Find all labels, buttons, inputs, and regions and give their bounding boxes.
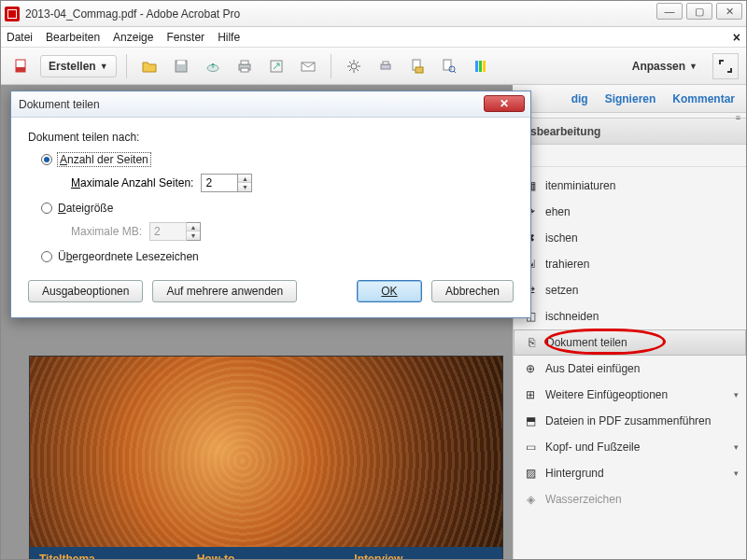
background-icon: ▨ bbox=[523, 466, 538, 481]
panel-header[interactable]: ▾ sbearbeitung bbox=[514, 119, 746, 145]
list-item-label: Wasserzeichen bbox=[545, 493, 622, 506]
menu-fenster[interactable]: Fenster bbox=[166, 31, 204, 44]
radio-icon[interactable] bbox=[41, 154, 52, 165]
list-item-label: ischen bbox=[545, 231, 578, 245]
tool-dateien-zusammenfuehren[interactable]: ⬒Dateien in PDF zusammenführen bbox=[514, 408, 746, 434]
more-insert-icon: ⊞ bbox=[523, 387, 538, 402]
button-label: Ausgabeoptionen bbox=[42, 285, 129, 298]
output-options-button[interactable]: Ausgabeoptionen bbox=[28, 280, 143, 302]
apply-multiple-button[interactable]: Auf mehrere anwenden bbox=[152, 280, 297, 302]
footer-col3-head: Interview bbox=[354, 553, 493, 559]
svg-point-10 bbox=[351, 63, 357, 69]
spin-down-icon: ▼ bbox=[187, 231, 200, 240]
customize-label: Anpassen bbox=[632, 60, 685, 73]
open-icon[interactable] bbox=[136, 53, 162, 79]
list-item-label: trahieren bbox=[545, 258, 589, 271]
chevron-down-icon: ▼ bbox=[689, 62, 698, 71]
svg-rect-1 bbox=[16, 67, 25, 72]
radio-dateigroesse[interactable]: Dateigröße bbox=[41, 202, 514, 215]
max-pages-spinner[interactable]: ▲▼ bbox=[201, 174, 252, 192]
svg-rect-7 bbox=[241, 68, 248, 72]
footer-col1-head: Titelthema bbox=[39, 553, 178, 559]
tool-dokument-teilen[interactable]: ⎘Dokument teilen bbox=[514, 329, 746, 356]
page-props-icon[interactable] bbox=[404, 53, 430, 79]
button-label: OK bbox=[381, 285, 397, 298]
fullscreen-icon[interactable] bbox=[712, 53, 739, 79]
list-item-label: ischneiden bbox=[545, 310, 599, 323]
minimize-button[interactable]: — bbox=[656, 3, 683, 20]
color-bars-icon[interactable] bbox=[468, 53, 494, 79]
create-button[interactable]: Erstellen ▼ bbox=[40, 55, 117, 77]
list-item-label: Weitere Einfügeoptionen bbox=[545, 388, 668, 401]
svg-rect-18 bbox=[479, 61, 482, 72]
max-mb-field: Maximale MB: ▲▼ bbox=[71, 222, 514, 241]
print-icon[interactable] bbox=[232, 53, 258, 79]
print-small-icon[interactable] bbox=[373, 53, 399, 79]
tool-seitenminiaturen[interactable]: ▦itenminiaturen bbox=[514, 173, 746, 199]
button-label: Auf mehrere anwenden bbox=[166, 285, 283, 298]
spin-down-icon[interactable]: ▼ bbox=[238, 183, 251, 191]
tools-panel: ≡ ▾ sbearbeitung ▦itenminiaturen ⟳ehen ✖… bbox=[513, 113, 746, 559]
app-icon bbox=[5, 7, 20, 21]
dialog-titlebar[interactable]: Dokument teilen ✕ bbox=[11, 91, 530, 118]
list-item-label: Hintergrund bbox=[545, 467, 604, 480]
insert-file-icon: ⊕ bbox=[523, 361, 538, 376]
tool-wasserzeichen[interactable]: ◈Wasserzeichen bbox=[514, 486, 746, 512]
page-footer: TitelthemaWindows 8 und Sculpting in C4D… bbox=[30, 547, 502, 559]
radio-anzahl-seiten[interactable]: Anzahl der Seiten bbox=[41, 153, 514, 166]
combine-icon: ⬒ bbox=[523, 413, 538, 428]
tool-loeschen[interactable]: ✖ischen bbox=[514, 225, 746, 251]
chevron-down-icon: ▼ bbox=[100, 62, 108, 71]
tab-werkzeuge-partial[interactable]: dig bbox=[571, 92, 588, 105]
watermark-icon: ◈ bbox=[523, 492, 538, 507]
customize-button[interactable]: Anpassen ▼ bbox=[632, 60, 698, 73]
max-pages-input[interactable] bbox=[201, 174, 238, 192]
svg-rect-17 bbox=[475, 61, 478, 72]
maximize-button[interactable]: ▢ bbox=[686, 3, 712, 20]
tab-kommentar[interactable]: Kommentar bbox=[672, 92, 735, 105]
split-document-dialog: Dokument teilen ✕ Dokument teilen nach: … bbox=[10, 91, 531, 318]
svg-rect-3 bbox=[177, 61, 185, 64]
menu-hilfe[interactable]: Hilfe bbox=[218, 31, 240, 44]
radio-label: Übergeordnete Lesezeichen bbox=[58, 250, 199, 263]
radio-icon[interactable] bbox=[41, 203, 52, 214]
radio-icon[interactable] bbox=[41, 251, 52, 262]
cancel-button[interactable]: Abbrechen bbox=[431, 280, 514, 302]
tool-kopf-fusszeile[interactable]: ▭Kopf- und Fußzeile▾ bbox=[514, 434, 746, 460]
field-label: Maximale MB: bbox=[71, 225, 142, 238]
list-item-label: itenminiaturen bbox=[545, 179, 615, 192]
save-icon[interactable] bbox=[168, 53, 194, 79]
tab-signieren[interactable]: Signieren bbox=[605, 92, 656, 105]
share-icon[interactable] bbox=[263, 53, 289, 79]
mail-icon[interactable] bbox=[295, 53, 321, 79]
list-item-label: ehen bbox=[545, 205, 571, 218]
pdf-page-preview: TitelthemaWindows 8 und Sculpting in C4D… bbox=[29, 356, 503, 559]
spin-up-icon[interactable]: ▲ bbox=[238, 175, 251, 183]
doc-close-icon[interactable]: × bbox=[733, 30, 740, 45]
close-button[interactable]: ✕ bbox=[716, 3, 742, 20]
tool-zuschneiden[interactable]: ◫ischneiden bbox=[514, 303, 746, 329]
toolbar: Erstellen ▼ Anpassen ▼ bbox=[1, 48, 746, 85]
cloud-icon[interactable] bbox=[200, 53, 226, 79]
chevron-down-icon: ▾ bbox=[734, 469, 739, 478]
tool-extrahieren[interactable]: ⇲trahieren bbox=[514, 251, 746, 277]
list-item-label: Dokument teilen bbox=[546, 336, 627, 349]
menu-anzeige[interactable]: Anzeige bbox=[113, 31, 153, 44]
create-pdf-icon[interactable] bbox=[8, 53, 35, 79]
find-icon[interactable] bbox=[436, 53, 462, 79]
dialog-close-button[interactable]: ✕ bbox=[484, 95, 525, 112]
tool-aus-datei-einfuegen[interactable]: ⊕Aus Datei einfügen bbox=[514, 356, 746, 382]
radio-label: Dateigröße bbox=[58, 202, 113, 215]
gear-icon[interactable] bbox=[341, 53, 367, 79]
menu-bearbeiten[interactable]: Bearbeiten bbox=[46, 31, 100, 44]
tool-hintergrund[interactable]: ▨Hintergrund▾ bbox=[514, 460, 746, 486]
radio-lesezeichen[interactable]: Übergeordnete Lesezeichen bbox=[41, 250, 514, 263]
panel-header-label: sbearbeitung bbox=[530, 125, 600, 138]
ok-button[interactable]: OK bbox=[357, 280, 422, 302]
menu-datei[interactable]: Datei bbox=[7, 31, 33, 44]
chevron-down-icon: ▾ bbox=[734, 442, 739, 452]
tool-drehen[interactable]: ⟳ehen bbox=[514, 199, 746, 225]
tool-weitere-einfuegeoptionen[interactable]: ⊞Weitere Einfügeoptionen▾ bbox=[514, 382, 746, 408]
tool-ersetzen[interactable]: ⇄setzen bbox=[514, 277, 746, 303]
radio-label: Anzahl der Seiten bbox=[58, 153, 150, 166]
